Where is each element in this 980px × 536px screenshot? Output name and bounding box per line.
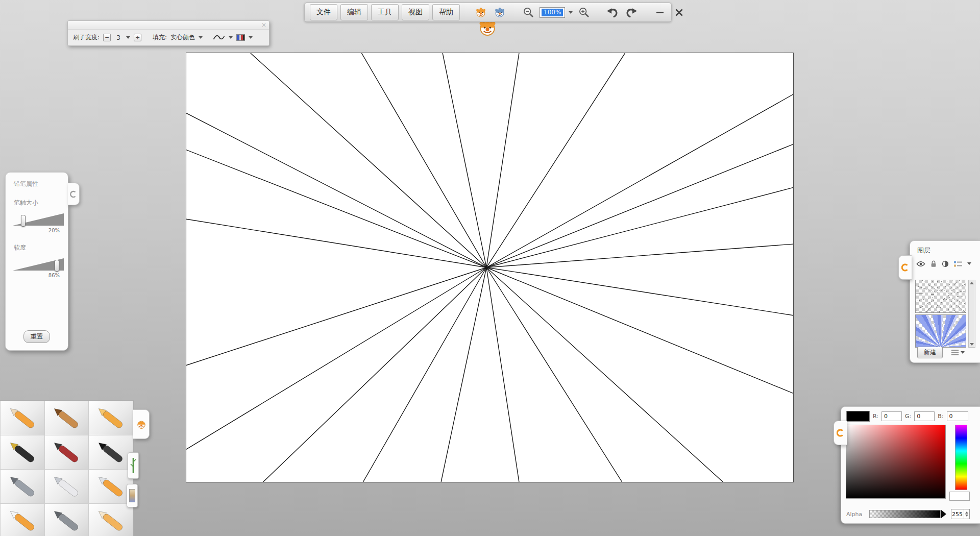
magnifier-plus-icon [578,7,590,18]
undo-button[interactable] [605,5,620,19]
alpha-value-field[interactable]: 255 [951,509,970,519]
alpha-slider-handle[interactable] [941,510,946,518]
texture-swatch-icon[interactable] [236,34,245,41]
zoom-out-button[interactable] [521,5,536,19]
pencil-panel-title: 铅笔属性 [14,180,68,188]
current-color-swatch[interactable] [846,411,870,422]
texture-panel-button[interactable] [127,484,138,507]
scroll-down-icon[interactable] [970,343,974,346]
layers-scrollbar[interactable] [968,280,975,348]
texture-caret[interactable] [249,36,253,39]
r-input[interactable]: 0 [881,411,902,421]
brush-wood-brush[interactable] [45,401,89,435]
alpha-slider[interactable] [869,510,941,518]
scroll-up-icon[interactable] [970,282,974,284]
brush-width-caret[interactable] [126,36,130,39]
layer-menu-caret[interactable] [961,351,965,354]
brush-width-increase-button[interactable]: + [134,34,141,41]
layer-menu-icon[interactable] [951,349,959,356]
bamboo-panel-button[interactable] [128,452,139,479]
zoom-in-button[interactable] [576,5,592,19]
layer-item-2[interactable] [915,314,966,348]
new-layer-button[interactable]: 新建 [917,347,943,358]
brush-paint-tube[interactable] [1,504,44,536]
pencil-properties-panel: 铅笔属性 笔触大小 20% 软度 86% 重置 [5,172,68,351]
layer-1-preview [916,280,966,312]
alpha-increase-icon[interactable] [965,511,968,514]
brush-width-value[interactable]: 3 [114,34,122,41]
zoom-level-value: 100% [542,9,563,16]
paint-tube-icon [6,507,39,534]
color-panel-tab[interactable] [834,421,847,445]
pencil-stroke [186,150,486,267]
brush-ink-brush[interactable] [89,435,133,469]
menu-item-2[interactable]: 编辑 [340,4,368,20]
clown-face-icon [475,7,486,18]
brush-spear-point[interactable] [45,504,89,536]
drawing-canvas[interactable] [186,53,794,482]
saturation-value-picker[interactable] [846,425,946,499]
alpha-decrease-icon[interactable] [965,515,968,517]
layer-visibility-eye-icon[interactable] [916,261,925,267]
minimize-button[interactable] [652,5,668,19]
clown-tab-icon [136,419,146,429]
brush-fountain-pen[interactable] [1,435,44,469]
main-toolbar: 文件编辑工具视图帮助 [304,3,672,22]
brush-width-decrease-button[interactable]: − [103,34,111,41]
pencil-icon [6,405,39,431]
color-picker-panel: R: 0 G: 0 B: 0 Alpha 255 [841,406,980,524]
layer-lock-icon[interactable] [930,260,937,267]
options-close-icon[interactable]: × [261,21,266,29]
fill-caret[interactable] [199,36,203,39]
layers-panel-tab[interactable] [898,255,912,280]
layer-options-caret[interactable] [967,262,971,265]
brush-pencil[interactable] [1,401,44,435]
alpha-stepper[interactable] [964,509,969,519]
layer-item-1[interactable] [915,280,966,313]
options-titlebar: × [68,21,269,30]
brush-crayon[interactable] [89,401,133,435]
clown-panels-button[interactable] [492,5,507,19]
brush-red-brush[interactable] [45,435,89,469]
menu-item-5[interactable]: 帮助 [432,4,460,20]
smoothing-caret[interactable] [229,36,233,39]
canvas-starburst [186,53,793,482]
fill-select[interactable]: 实心颜色 [170,33,195,42]
softness-slider-handle[interactable] [55,260,59,272]
close-button[interactable] [671,5,687,19]
menu-item-1[interactable]: 文件 [310,4,337,20]
zoom-dropdown-caret[interactable] [569,11,573,14]
magnifier-minus-icon [523,7,534,18]
brush-palette-knife[interactable] [45,470,89,503]
zoom-level-field[interactable]: 100% [540,7,565,18]
b-input[interactable]: 0 [947,411,968,421]
brush-eraser[interactable] [89,504,133,536]
g-input[interactable]: 0 [914,411,935,421]
wood-brush-icon [50,405,83,431]
brush-palette-tab[interactable] [133,409,150,439]
panel-hook-icon [70,190,77,198]
brush-airbrush[interactable] [1,470,44,503]
clown-tab-icon [837,429,844,437]
redo-button[interactable] [624,5,639,19]
softness-slider[interactable] [13,256,62,272]
stroke-size-slider-handle[interactable] [21,215,26,227]
clown-brushes-button[interactable] [473,5,488,19]
airbrush-icon [6,473,39,500]
layers-panel: 图层 [910,240,980,363]
menu-item-4[interactable]: 视图 [402,4,429,20]
smoothing-curve-icon[interactable] [213,34,225,41]
bamboo-icon [130,457,136,474]
pencil-panel-tab[interactable] [68,183,80,205]
secondary-swatch[interactable] [949,492,970,501]
clown-face-blue-icon [494,7,505,18]
close-icon [675,9,683,16]
stroke-size-slider[interactable] [13,211,62,227]
layer-blend-icon[interactable] [942,260,949,267]
hue-slider[interactable] [955,425,967,490]
menu-item-3[interactable]: 工具 [371,4,399,20]
alpha-label: Alpha [846,511,862,518]
pencil-stroke [486,53,625,267]
reset-button[interactable]: 重置 [23,330,50,343]
layer-list-options-icon[interactable] [953,260,963,267]
